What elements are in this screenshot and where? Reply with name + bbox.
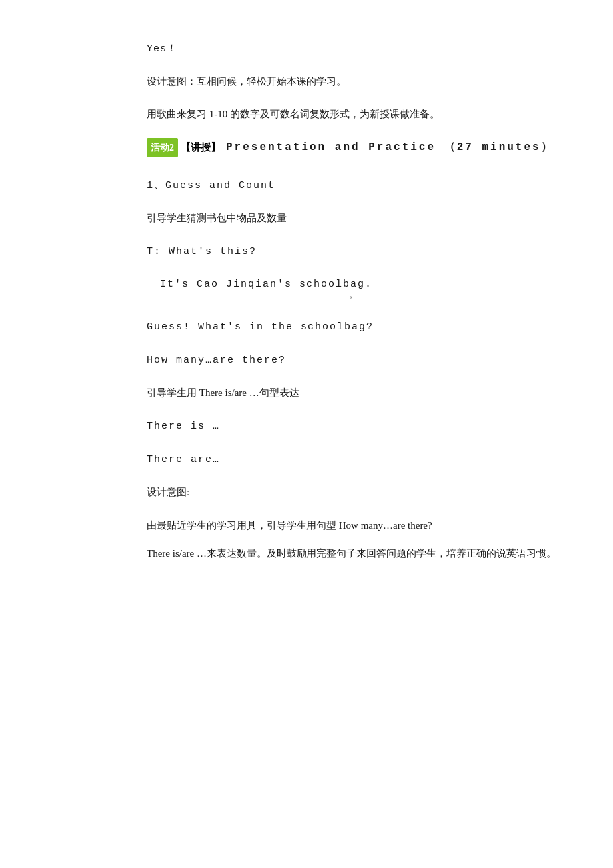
item1-note: 引导学生猜测书包中物品及数量 [147, 209, 560, 227]
pattern-there-is: There is … [147, 417, 560, 435]
line-whats-this: T: What's this? [147, 242, 560, 261]
line-guess: Guess! What's in the schoolbag? [147, 317, 560, 336]
item1-label: 1、Guess and Count [147, 176, 560, 195]
activity-header: 活动2 【讲授】 Presentation and Practice （27 m… [147, 138, 560, 157]
design-note-2: 用歌曲来复习 1-10 的数字及可数名词复数形式，为新授课做准备。 [147, 105, 560, 123]
line-how-many: How many…are there? [147, 351, 560, 369]
design-label: 设计意图: [147, 483, 560, 501]
bottom-note-2: There is/are …来表达数量。及时鼓励用完整句子来回答问题的学生，培养… [147, 544, 560, 563]
pattern-there-are: There are… [147, 450, 560, 469]
design-note-1: 设计意图：互相问候，轻松开始本课的学习。 [147, 73, 560, 91]
page-content: Yes！ 设计意图：互相问候，轻松开始本课的学习。 用歌曲来复习 1-10 的数… [147, 40, 560, 563]
activity-title: Presentation and Practice （27 minutes） [226, 138, 554, 157]
bottom-note-1: 由最贴近学生的学习用具，引导学生用句型 How many…are there? [147, 516, 560, 535]
yes-line: Yes！ [147, 40, 560, 58]
activity-label: 【讲授】 [181, 139, 221, 157]
line-its-schoolbag: It's Cao Jinqian's schoolbag. 。 [147, 275, 560, 302]
guide-text: 引导学生用 There is/are …句型表达 [147, 384, 560, 402]
yes-text: Yes！ [147, 43, 177, 55]
activity-badge: 活动2 [147, 138, 178, 157]
